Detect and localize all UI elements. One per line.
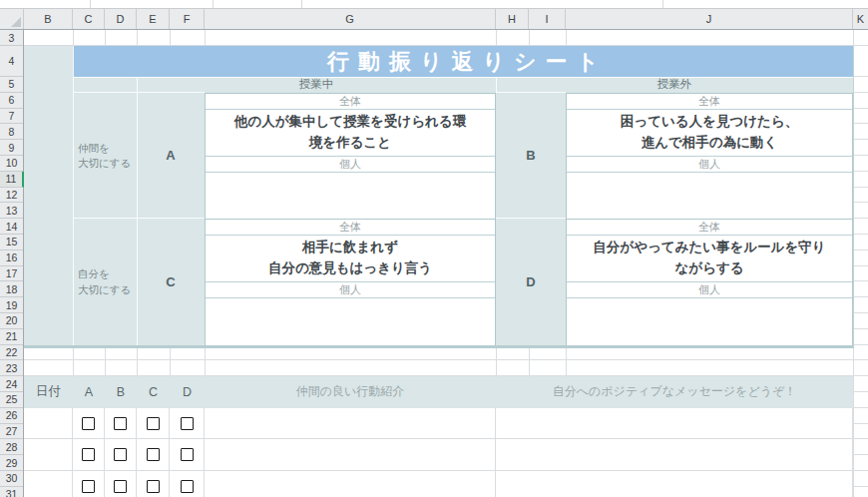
checkbox[interactable] [181, 448, 194, 461]
checkbox[interactable] [147, 480, 160, 493]
scope-label-individual[interactable]: 個人 [206, 282, 495, 298]
goal-text-B-individual[interactable] [567, 173, 852, 219]
row-header-6[interactable]: 6 [0, 93, 23, 109]
row-header-16[interactable]: 16 [0, 250, 23, 266]
column-header-G[interactable]: G [205, 9, 496, 29]
row-header-4[interactable]: 4 [0, 46, 23, 77]
checkbox[interactable] [82, 480, 95, 493]
scope-label-whole[interactable]: 全体 [206, 94, 495, 110]
scope-label-whole[interactable]: 全体 [567, 220, 852, 236]
goal-text-C-whole[interactable]: 相手に飲まれず 自分の意見もはっきり言う [206, 236, 495, 282]
category-value-friends[interactable]: 仲間を 大切にする [73, 93, 137, 219]
log-header-self[interactable]: 自分へのポジティブなメッセージをどうぞ！ [496, 376, 853, 408]
row-header-22[interactable]: 22 [0, 345, 23, 361]
row-header-15[interactable]: 15 [0, 235, 23, 250]
column-header-F[interactable]: F [170, 9, 205, 29]
column-header-J[interactable]: J [566, 9, 853, 29]
goal-text-D-individual[interactable] [567, 298, 852, 345]
log-header-check-D[interactable]: D [170, 376, 205, 408]
log-row [24, 471, 853, 497]
header-outside-class[interactable]: 授業外 [496, 77, 853, 93]
row-header-21[interactable]: 21 [0, 329, 23, 345]
row-header-9[interactable]: 9 [0, 140, 23, 156]
goal-text-B-whole[interactable]: 困っている人を見つけたら、 進んで相手の為に動く [567, 110, 852, 157]
row-header-13[interactable]: 13 [0, 203, 23, 219]
row-header-10[interactable]: 10 [0, 156, 23, 172]
row-header-5[interactable]: 5 [0, 77, 23, 93]
self-message-cell[interactable] [496, 408, 853, 440]
column-header-D[interactable]: D [105, 9, 137, 29]
row-header-20[interactable]: 20 [0, 313, 23, 329]
header-during-class[interactable]: 授業中 [137, 77, 496, 93]
checkbox[interactable] [114, 417, 127, 430]
goal-text-D-whole[interactable]: 自分がやってみたい事をルールを守り ながらする [567, 236, 852, 282]
quadrant-letter-B[interactable]: B [496, 93, 566, 219]
log-header-check-B[interactable]: B [105, 376, 137, 408]
date-cell[interactable] [24, 439, 73, 471]
check-cell-A [73, 439, 105, 471]
date-cell[interactable] [24, 471, 73, 497]
log-header-peer[interactable]: 仲間の良い行動紹介 [205, 376, 496, 408]
row-header-25[interactable]: 25 [0, 392, 23, 408]
check-cell-C [137, 408, 170, 440]
row-header-11-active[interactable]: 11 [0, 172, 24, 188]
row-header-7[interactable]: 7 [0, 109, 23, 125]
peer-note-cell[interactable] [205, 408, 496, 440]
peer-note-cell[interactable] [205, 471, 496, 497]
peer-note-cell[interactable] [205, 439, 496, 471]
quadrant-letter-A[interactable]: A [137, 93, 205, 219]
checkbox[interactable] [82, 417, 95, 430]
row-header-31[interactable]: 31 [0, 487, 23, 497]
row-header-17[interactable]: 17 [0, 266, 23, 282]
row-header-27[interactable]: 27 [0, 424, 23, 440]
table-margin-cell[interactable] [24, 46, 73, 345]
scope-label-individual[interactable]: 個人 [206, 157, 495, 173]
row-header-24[interactable]: 24 [0, 376, 23, 392]
date-cell[interactable] [24, 408, 73, 440]
log-header-date[interactable]: 日付 [24, 376, 73, 408]
category-value-self[interactable]: 自分を 大切にする [73, 219, 137, 345]
row-header-30[interactable]: 30 [0, 471, 23, 487]
top-strip-divider [90, 0, 91, 8]
row-header-3[interactable]: 3 [0, 30, 23, 46]
column-header-C[interactable]: C [73, 9, 105, 29]
quadrant-letter-D[interactable]: D [496, 219, 566, 345]
column-header-E[interactable]: E [137, 9, 170, 29]
scope-label-whole[interactable]: 全体 [567, 94, 852, 110]
check-cell-C [137, 471, 170, 497]
select-all-corner[interactable] [0, 9, 24, 29]
column-header-B[interactable]: B [24, 9, 73, 29]
scope-label-whole[interactable]: 全体 [206, 220, 495, 236]
header-spacer-cell[interactable] [73, 77, 137, 93]
goal-text-A-individual[interactable] [206, 173, 495, 219]
scope-label-individual[interactable]: 個人 [567, 282, 852, 298]
row-header-14[interactable]: 14 [0, 219, 23, 235]
goal-text-A-whole[interactable]: 他の人が集中して授業を受けられる環 境を作ること [206, 110, 495, 157]
log-header-check-A[interactable]: A [73, 376, 105, 408]
column-header-K[interactable]: K [853, 9, 868, 29]
row-header-8[interactable]: 8 [0, 124, 23, 140]
goal-text-C-individual[interactable] [206, 298, 495, 345]
checkbox[interactable] [114, 480, 127, 493]
self-message-cell[interactable] [496, 439, 853, 471]
row-header-28[interactable]: 28 [0, 439, 23, 455]
checkbox[interactable] [147, 417, 160, 430]
row-header-18[interactable]: 18 [0, 281, 23, 297]
row-header-23[interactable]: 23 [0, 360, 23, 376]
checkbox[interactable] [181, 480, 194, 493]
row-header-12[interactable]: 12 [0, 188, 23, 204]
row-header-29[interactable]: 29 [0, 455, 23, 471]
checkbox[interactable] [82, 448, 95, 461]
quadrant-letter-C[interactable]: C [137, 219, 205, 345]
checkbox[interactable] [114, 448, 127, 461]
row-header-19[interactable]: 19 [0, 297, 23, 313]
row-header-26[interactable]: 26 [0, 408, 23, 424]
scope-label-individual[interactable]: 個人 [567, 157, 852, 173]
column-header-I[interactable]: I [529, 9, 566, 29]
self-message-cell[interactable] [496, 471, 853, 497]
sheet-title[interactable]: 行動振り返りシート [73, 46, 853, 77]
checkbox[interactable] [147, 448, 160, 461]
checkbox[interactable] [181, 417, 194, 430]
column-header-H[interactable]: H [496, 9, 529, 29]
log-header-check-C[interactable]: C [137, 376, 170, 408]
